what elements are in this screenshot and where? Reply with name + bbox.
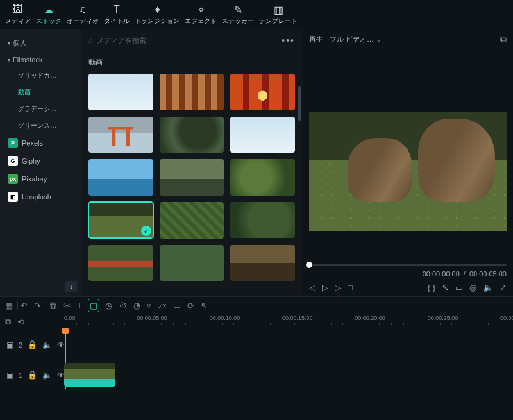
delete-icon[interactable]: 🗑	[49, 301, 57, 310]
sidebar-provider[interactable]: ◧Unsplash	[0, 188, 81, 206]
ruler-tick: 00:00:25:00	[428, 315, 458, 321]
stock-thumbnail[interactable]	[160, 117, 224, 153]
monitor-icon[interactable]: ⧉	[500, 34, 507, 45]
preview-play-label: 再生	[309, 35, 323, 44]
content-section-label: 動画	[81, 51, 303, 71]
expand-icon[interactable]: ⤡	[442, 283, 449, 292]
snapshot-icon[interactable]: ◎	[469, 283, 476, 292]
stop-icon[interactable]: □	[348, 283, 353, 292]
group-icon[interactable]: ▦	[5, 301, 13, 310]
provider-badge: px	[8, 174, 18, 184]
sticker-label: ステッカー	[222, 17, 254, 26]
freeze-icon[interactable]: ⏱	[119, 301, 127, 310]
search-input[interactable]	[97, 37, 276, 44]
crop-icon[interactable]: ▢	[88, 299, 99, 312]
copy-icon[interactable]: ⧉	[5, 317, 11, 327]
volume-icon[interactable]: 🔈	[483, 283, 493, 292]
scrollbar[interactable]	[298, 86, 301, 292]
marker-icon[interactable]: ▿	[147, 301, 151, 310]
time-separator: /	[464, 270, 466, 278]
stock-thumbnail[interactable]	[88, 74, 153, 110]
time-ruler[interactable]: 0:0000:00:05:0000:00:10:0000:00:15:0000:…	[64, 314, 513, 330]
stock-thumbnail[interactable]	[88, 159, 153, 196]
speed-ramp-icon[interactable]: ◔	[133, 301, 140, 310]
tab-audio[interactable]: ♫オーディオ	[67, 4, 99, 26]
undo-icon[interactable]: ↶	[21, 301, 28, 310]
transition-label: トランジション	[135, 17, 180, 26]
audio-icon: ♫	[79, 4, 87, 15]
provider-badge: G	[8, 156, 18, 166]
thumbnail-grid: ✓	[81, 71, 303, 296]
fullscreen-icon[interactable]: ⤢	[500, 283, 507, 292]
speed-icon[interactable]: ◷	[105, 301, 112, 310]
progress-handle[interactable]	[306, 262, 312, 268]
tab-media[interactable]: 🖼メディア	[5, 4, 31, 26]
stock-thumbnail[interactable]	[230, 74, 295, 110]
step-back-icon[interactable]: ◁	[309, 283, 315, 292]
lock-icon[interactable]: 🔓	[28, 340, 37, 349]
track-row: ▣ 2 🔓 🔈 👁	[0, 330, 513, 360]
sidebar-item[interactable]: グリーンス…	[0, 117, 81, 134]
sidebar-section[interactable]: 個人	[0, 35, 81, 52]
sidebar-provider[interactable]: PPexels	[0, 134, 81, 152]
preview-progress[interactable]	[309, 264, 507, 266]
ruler-tick: 00:00:30:00	[500, 315, 513, 321]
track-row: ▣ 1 🔓 🔈 👁 奈良の鹿	[0, 360, 513, 389]
stock-thumbnail[interactable]	[230, 159, 295, 196]
sidebar-item[interactable]: ソリッドカ…	[0, 67, 81, 84]
stock-thumbnail[interactable]	[88, 245, 153, 281]
track-type-icon: ▣	[6, 340, 13, 349]
mute-icon[interactable]: 🔈	[42, 371, 52, 380]
tab-stock[interactable]: ☁ストック	[36, 4, 62, 26]
track-body[interactable]: 奈良の鹿	[64, 360, 513, 389]
preview-current-time: 00:00:00:00	[423, 270, 460, 278]
preview-panel: 再生 フル ビデオ… ⧉ 00:00:00:00 / 00:00:05:00 ◁…	[303, 29, 513, 296]
track-type-icon: ▣	[6, 371, 13, 380]
tab-sticker[interactable]: ✎ステッカー	[222, 4, 254, 26]
play-icon[interactable]: ▷	[335, 283, 341, 292]
stock-thumbnail[interactable]: ✓	[88, 202, 153, 239]
sticker-icon: ✎	[234, 4, 242, 15]
stock-thumbnail[interactable]	[160, 159, 224, 196]
cut-icon[interactable]: ✂	[63, 301, 71, 310]
audio-detach-icon[interactable]: ♪×	[158, 301, 167, 310]
stock-thumbnail[interactable]	[160, 202, 224, 239]
stock-thumbnail[interactable]	[230, 245, 295, 281]
more-options-icon[interactable]: •••	[282, 35, 295, 46]
step-fwd-icon[interactable]: ▷	[322, 283, 328, 292]
stock-thumbnail[interactable]	[230, 202, 295, 239]
stock-thumbnail[interactable]	[160, 245, 224, 281]
title-label: タイトル	[104, 17, 130, 26]
lock-icon[interactable]: 🔓	[28, 371, 37, 380]
tab-template[interactable]: ▥テンプレート	[259, 4, 298, 26]
ruler-tick: 00:00:05:00	[137, 315, 167, 321]
preview-video[interactable]	[309, 112, 507, 231]
timeline-clip[interactable]: 奈良の鹿	[64, 363, 115, 387]
redo-icon[interactable]: ↷	[34, 301, 41, 310]
text-icon[interactable]: T	[77, 301, 82, 310]
stock-thumbnail[interactable]	[88, 117, 153, 153]
link-icon[interactable]: ⟲	[17, 317, 24, 327]
title-icon: T	[114, 4, 120, 15]
sidebar-item[interactable]: グラデーシ…	[0, 101, 81, 117]
sidebar-section[interactable]: Filmstock	[0, 52, 81, 67]
sidebar-provider[interactable]: GGiphy	[0, 152, 81, 170]
track-body[interactable]	[64, 330, 513, 360]
cursor-icon[interactable]: ↖	[201, 301, 208, 310]
mute-icon[interactable]: 🔈	[42, 340, 52, 349]
tab-effect[interactable]: ✧エフェクト	[185, 4, 217, 26]
stock-thumbnail[interactable]	[160, 74, 224, 110]
sidebar-collapse-icon[interactable]: ‹	[65, 281, 77, 292]
display-icon[interactable]: ▭	[455, 283, 463, 292]
tab-transition[interactable]: ✦トランジション	[135, 4, 180, 26]
record-icon[interactable]: ▭	[173, 301, 181, 310]
provider-label: Pexels	[22, 139, 43, 147]
preview-size-dropdown[interactable]: フル ビデオ…	[330, 35, 382, 44]
tab-title[interactable]: Tタイトル	[104, 4, 130, 26]
render-icon[interactable]: ⟳	[187, 301, 194, 310]
ruler-tick: 0:00	[64, 315, 76, 321]
sidebar-item[interactable]: 動画	[0, 84, 81, 101]
stock-thumbnail[interactable]	[230, 117, 295, 153]
markers-icon[interactable]: { }	[428, 283, 435, 292]
sidebar-provider[interactable]: pxPixabay	[0, 170, 81, 188]
